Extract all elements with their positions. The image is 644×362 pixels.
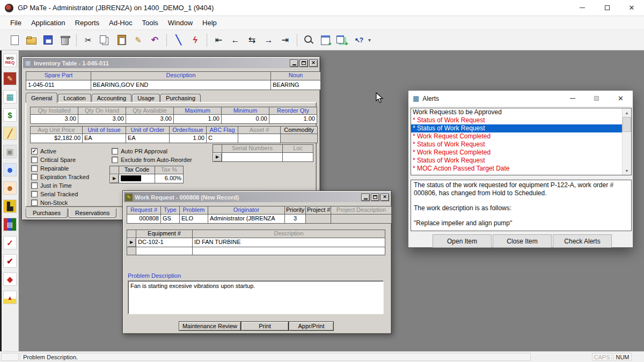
- minimum-cell[interactable]: 0.00: [222, 115, 269, 123]
- alerts-maximize-button[interactable]: [584, 91, 609, 106]
- menu-application[interactable]: Application: [26, 17, 70, 28]
- equipment-empty-cell[interactable]: [136, 247, 192, 255]
- menu-tools[interactable]: Tools: [137, 17, 163, 28]
- alert-item[interactable]: * Status of Work Request: [411, 157, 622, 165]
- unit-of-order-cell[interactable]: EA: [126, 134, 169, 143]
- personnel-icon[interactable]: ☻: [3, 163, 17, 176]
- alert-item-selected[interactable]: * Status of Work Request: [411, 124, 622, 132]
- alert-item[interactable]: * Status of Work Request: [411, 141, 622, 149]
- non-stock-checkbox[interactable]: [31, 200, 38, 206]
- previous-record-icon[interactable]: ←: [228, 33, 243, 47]
- header-minimum[interactable]: Minimum: [222, 107, 269, 114]
- critical-spare-checkbox[interactable]: [31, 157, 38, 163]
- equipment-row-selector[interactable]: ▶: [127, 238, 136, 247]
- trend-chart-icon[interactable]: ▲: [3, 291, 17, 304]
- priority-cell[interactable]: 3: [285, 215, 305, 223]
- type-cell[interactable]: GS: [161, 215, 179, 223]
- tab-purchases[interactable]: Purchases: [26, 209, 68, 218]
- auto-pr-approval-checkbox[interactable]: [112, 148, 118, 154]
- inventory-close-button[interactable]: ✕: [309, 60, 318, 67]
- copy-window-icon[interactable]: [335, 33, 349, 47]
- tab-usage[interactable]: Usage: [132, 94, 160, 102]
- work-request-close-button[interactable]: ✕: [380, 194, 389, 201]
- header-unit-of-issue[interactable]: Unit of Issue: [83, 127, 126, 134]
- abc-flag-cell[interactable]: C: [207, 134, 238, 143]
- problem-description-label[interactable]: Problem Description: [128, 272, 181, 279]
- expiration-tracked-checkbox[interactable]: [31, 174, 38, 180]
- tab-reservations[interactable]: Reservations: [68, 209, 116, 218]
- equipment-description-cell[interactable]: ID FAN TURBINE: [193, 238, 385, 247]
- paste-icon[interactable]: [114, 33, 129, 47]
- scroll-up-button[interactable]: ▲: [623, 108, 631, 117]
- scroll-down-button[interactable]: ▼: [623, 166, 631, 175]
- header-order-issue[interactable]: Order/Issue: [170, 127, 206, 134]
- qty-on-hand-cell[interactable]: 3.00: [78, 115, 126, 123]
- order-issue-cell[interactable]: 1.00: [170, 134, 206, 143]
- last-record-icon[interactable]: ⇥: [278, 33, 292, 47]
- spare-part-cell[interactable]: 1-045-011: [26, 80, 91, 90]
- avg-unit-price-cell[interactable]: $2,182.00: [31, 134, 82, 143]
- help-pointer-icon[interactable]: ↖?: [352, 33, 366, 47]
- new-document-icon[interactable]: [8, 33, 22, 47]
- repairable-checkbox[interactable]: [31, 165, 38, 172]
- undo-icon[interactable]: ↶: [148, 33, 162, 47]
- work-request-titlebar[interactable]: ✎ Work Request - 000808 (New Record) ✕: [124, 192, 390, 202]
- close-item-button[interactable]: Close Item: [493, 234, 552, 248]
- work-request-minimize-button[interactable]: [361, 194, 370, 201]
- active-checkbox[interactable]: ✓: [31, 148, 38, 154]
- reorder-qty-cell[interactable]: 1.00: [269, 115, 317, 123]
- menu-help[interactable]: Help: [197, 17, 222, 28]
- approval-icon[interactable]: ✔: [3, 254, 17, 268]
- serial-row-selector[interactable]: ▶: [213, 153, 222, 161]
- check-alerts-button[interactable]: Check Alerts: [553, 234, 612, 248]
- tab-accounting[interactable]: Accounting: [92, 94, 131, 102]
- appr-print-button[interactable]: Appr/Print: [289, 321, 334, 331]
- inventory-maximize-button[interactable]: [299, 60, 308, 67]
- alert-item[interactable]: * Work Request Completed: [411, 132, 622, 141]
- unit-of-issue-cell[interactable]: EA: [83, 134, 126, 143]
- equipment-empty-description-cell[interactable]: [193, 247, 385, 255]
- save-icon[interactable]: [41, 33, 55, 47]
- exclude-auto-reorder-checkbox[interactable]: [112, 157, 118, 163]
- qty-installed-cell[interactable]: 3.00: [31, 115, 78, 123]
- header-unit-of-order[interactable]: Unit of Order: [126, 127, 169, 134]
- equipment-number-cell[interactable]: DC-102-1: [136, 238, 192, 247]
- header-problem[interactable]: Problem: [180, 206, 208, 214]
- line-tool-icon[interactable]: ╲: [171, 33, 186, 47]
- tax-row-selector[interactable]: ▶: [110, 174, 119, 183]
- column-header-description[interactable]: Description: [91, 72, 270, 80]
- tools-icon[interactable]: ╱: [3, 127, 17, 140]
- serial-number-cell[interactable]: [222, 153, 282, 161]
- maximum-cell[interactable]: 1.00: [174, 115, 221, 123]
- finance-icon[interactable]: $: [3, 108, 17, 122]
- alert-item[interactable]: * Work Request Completed: [411, 149, 622, 157]
- header-maximum[interactable]: Maximum: [174, 107, 221, 114]
- print-button[interactable]: Print: [241, 321, 289, 331]
- format-painter-icon[interactable]: ✎: [131, 33, 145, 47]
- alert-item[interactable]: * MOC Action Passed Target Date: [411, 165, 622, 173]
- request-number-cell[interactable]: 000808: [127, 215, 160, 223]
- tab-purchasing[interactable]: Purchasing: [160, 94, 201, 102]
- tax-pct-cell[interactable]: 6.00%: [155, 174, 183, 183]
- loc-cell[interactable]: [283, 153, 313, 161]
- alerts-scrollbar[interactable]: ▲ ▼: [622, 108, 631, 175]
- header-type[interactable]: Type: [161, 206, 179, 214]
- alerts-titlebar[interactable]: ▦ Alerts ✕: [408, 91, 633, 106]
- cut-icon[interactable]: ✂: [81, 33, 96, 47]
- window-minimize-button[interactable]: [570, 0, 595, 16]
- header-request-number[interactable]: Request #: [127, 206, 160, 214]
- run-process-icon[interactable]: ϟ: [188, 33, 202, 47]
- menu-adhoc[interactable]: Ad-Hoc: [104, 17, 137, 28]
- search-icon[interactable]: [302, 33, 316, 47]
- header-reorder-qty[interactable]: Reorder Qty: [269, 107, 317, 114]
- locate-record-icon[interactable]: ⇆: [245, 33, 259, 47]
- serial-tracked-checkbox[interactable]: [31, 191, 38, 197]
- description-cell[interactable]: BEARING,GOV END: [91, 80, 270, 90]
- open-item-button[interactable]: Open Item: [433, 234, 492, 248]
- work-order-request-icon[interactable]: WO REQ: [3, 54, 17, 67]
- inventory-titlebar[interactable]: ▦ Inventory Table - 1-045-011 ✕: [23, 58, 319, 68]
- tab-location[interactable]: Location: [58, 94, 91, 102]
- daily-log-icon[interactable]: ✎: [3, 72, 17, 85]
- next-record-icon[interactable]: →: [261, 33, 276, 47]
- noun-cell[interactable]: BEARING: [271, 80, 320, 90]
